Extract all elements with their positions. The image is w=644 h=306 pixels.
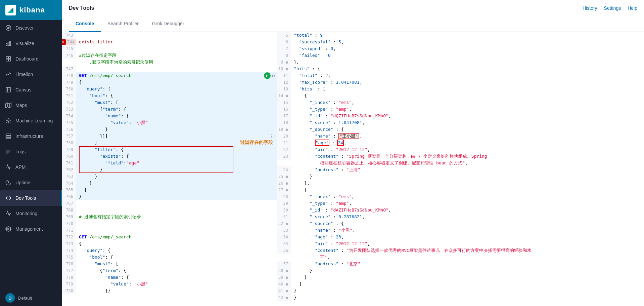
wrench-button[interactable]: ⚙: [272, 72, 275, 79]
svg-rect-8: [9, 56, 11, 59]
result-line-15: 15 "_index" : "ems",: [277, 99, 644, 106]
sidebar-item-apm[interactable]: APM: [0, 159, 62, 175]
result-line-35: 35 "bir" : "2012-12-12",: [277, 240, 644, 247]
tabs-bar: Console Search Profiler Grok Debugger: [62, 16, 644, 32]
code-line-775: 775 "bool": {: [62, 254, 277, 261]
code-line-772: 772 GET /ems/emp/_search: [62, 234, 277, 240]
result-line-14: 14 ● {: [277, 92, 644, 99]
code-line-745: 745: [62, 45, 277, 52]
editor-pane[interactable]: 743 ✕744 exists filter 745 746 #过滤存在指定字段: [62, 32, 277, 306]
result-line-17: 17 "_id" : "dQZIFHcB7sSdNbu_KMhO",: [277, 113, 644, 119]
sidebar-item-ml[interactable]: Machine Learning: [0, 113, 62, 128]
management-icon: [5, 226, 11, 232]
code-line-749: 749 {: [62, 79, 277, 86]
code-line-770: 770: [62, 220, 277, 227]
sidebar-label-visualize: Visualize: [15, 41, 34, 46]
app-logo[interactable]: kibana: [0, 0, 62, 20]
sidebar-user-label: Default: [18, 296, 32, 301]
sidebar-label-timelion: Timelion: [15, 72, 33, 77]
run-button[interactable]: ▶: [264, 72, 271, 79]
settings-button[interactable]: Settings: [604, 5, 621, 11]
result-line-25: 25 ● }: [277, 173, 644, 180]
sidebar-item-infrastructure[interactable]: Infrastructure: [0, 128, 62, 144]
code-line-760: 760 "exists": {: [62, 153, 277, 160]
infra-icon: [5, 133, 11, 139]
svg-rect-18: [6, 138, 11, 139]
barchart-icon: [5, 40, 11, 46]
code-line-769: 769 # 过滤含有指定字段的索引记录: [62, 214, 277, 220]
code-line-743: 743: [62, 32, 277, 39]
result-line-23: 23 "content" : "Spring 框架是一个分层架构，由 7 个定义…: [277, 153, 644, 160]
result-line-26: 26 ● },: [277, 180, 644, 187]
topbar: Dev Tools History Settings Help: [62, 0, 644, 16]
canvas-icon: [5, 87, 11, 93]
code-line-771: 771: [62, 227, 277, 234]
timelion-icon: [5, 71, 11, 77]
code-line-751: 751 "bool": {: [62, 92, 277, 99]
sidebar-label-canvas: Canvas: [15, 87, 31, 92]
result-line-12: 12 "max_score" : 1.0417081,: [277, 79, 644, 86]
result-line-10: 10 ● "hits" : {: [277, 66, 644, 72]
history-button[interactable]: History: [583, 5, 597, 11]
result-line-20: 20 "name" : "王小黑",: [277, 133, 644, 140]
code-line-778: 778 "name": {: [62, 274, 277, 281]
result-line-36b: 平",: [277, 254, 644, 261]
sidebar-item-devtools[interactable]: Dev Tools: [0, 190, 62, 206]
svg-rect-10: [9, 59, 11, 61]
svg-rect-4: [6, 43, 7, 46]
kibana-logo-icon: [5, 5, 16, 15]
sidebar-user[interactable]: D Default: [0, 290, 62, 306]
sidebar-item-maps[interactable]: Maps: [0, 98, 62, 113]
sidebar-item-uptime[interactable]: Uptime: [0, 175, 62, 190]
result-line-11: 11 "total" : 2,: [277, 72, 644, 79]
code-line-768: 768: [62, 207, 277, 214]
code-line-774: 774 "query": {: [62, 247, 277, 254]
result-line-40: 40 ● ]: [277, 281, 644, 288]
sidebar-item-canvas[interactable]: Canvas: [0, 82, 62, 98]
result-line-27: 27 ● {: [277, 187, 644, 193]
topbar-actions: History Settings Help: [583, 5, 637, 11]
sidebar-item-visualize[interactable]: Visualize: [0, 36, 62, 51]
code-line-750: 750 "query": {: [62, 86, 277, 92]
result-line-36: 36 "content" : "为开发团队选择一款优秀的MVC框架是件难事儿，在…: [277, 247, 644, 254]
tab-search-profiler[interactable]: Search Profiler: [101, 16, 145, 32]
result-line-22: 22 "bir" : "2012-12-12",: [277, 146, 644, 153]
sidebar-item-logs[interactable]: Logs: [0, 144, 62, 159]
result-pane[interactable]: 5 "total" : 9, 6 "successful" : 5, 7 "sk…: [277, 32, 644, 306]
error-indicator: ✕: [62, 39, 66, 45]
code-line-766: 766 }: [62, 193, 277, 200]
monitoring-icon: [5, 211, 11, 217]
svg-rect-17: [6, 136, 11, 137]
code-line-747: 747: [62, 66, 277, 72]
dashboard-icon: [5, 56, 11, 62]
sidebar-label-management: Management: [15, 226, 43, 232]
result-line-5: 5 "total" : 9,: [277, 32, 644, 39]
result-line-21: 21 "age" : 24,: [277, 140, 644, 146]
result-line-8: 8 "failed" : 0: [277, 52, 644, 59]
sidebar-item-monitoring[interactable]: Monitoring: [0, 206, 62, 221]
tab-grok-debugger[interactable]: Grok Debugger: [145, 16, 191, 32]
result-line-38: 38 ● }: [277, 267, 644, 274]
result-line-24: 24 "address" : "上海": [277, 166, 644, 173]
sidebar-item-timelion[interactable]: Timelion: [0, 67, 62, 82]
svg-marker-3: [7, 27, 9, 29]
apm-icon: [5, 164, 11, 170]
code-line-761: 761 "field":"age": [62, 160, 277, 166]
help-button[interactable]: Help: [628, 5, 637, 11]
sidebar-item-discover[interactable]: Discover: [0, 20, 62, 36]
sidebar-item-management[interactable]: Management: [0, 221, 62, 237]
svg-marker-12: [6, 103, 11, 108]
more-button-757[interactable]: ⋮: [267, 133, 277, 140]
svg-rect-6: [10, 41, 11, 46]
annotation-text: 过滤存在的字段: [240, 140, 273, 146]
avatar: D: [5, 293, 15, 303]
page-title: Dev Tools: [69, 5, 94, 11]
tab-console[interactable]: Console: [69, 16, 101, 32]
code-line-762: 762 }: [62, 166, 277, 173]
code-line-759: 759 "filter": {: [62, 146, 277, 153]
sidebar-item-dashboard[interactable]: Dashboard: [0, 51, 62, 67]
code-line-777: 777 {"term": {: [62, 267, 277, 274]
code-line-764: 764 }: [62, 180, 277, 187]
uptime-icon: [5, 180, 11, 186]
sidebar-label-logs: Logs: [15, 149, 26, 154]
